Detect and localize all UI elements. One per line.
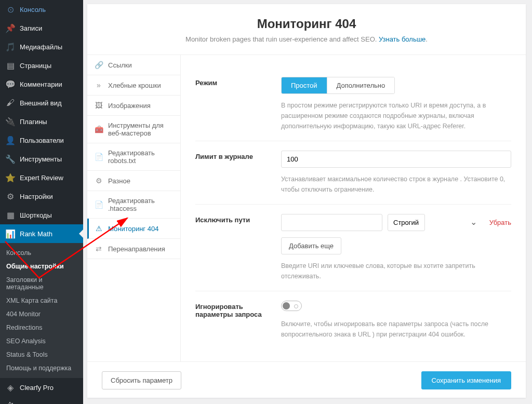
submenu-help[interactable]: Помощь и поддержка [0,361,83,375]
submenu-sitemap[interactable]: XML Карта сайта [0,294,83,307]
submenu-redirections[interactable]: Redirections [0,321,83,334]
menu-label: Страницы [20,62,51,70]
menu-plugins[interactable]: 🔌Плагины [0,112,83,131]
tab-links[interactable]: 🔗Ссылки [87,55,180,75]
ignore-toggle[interactable] [281,301,302,311]
code-icon: ▦ [5,210,16,220]
submenu-titles[interactable]: Заголовки и метаданные [0,273,83,294]
pin-icon: 📌 [5,23,16,33]
settings-tabs: 🔗Ссылки »Хлебные крошки 🖼Изображения 🧰Ин… [87,55,181,361]
chart-icon: 📊 [5,228,16,239]
plugin-icon: 🔌 [5,116,16,127]
setting-ignore-params: Игнорировать параметры запроса Включите,… [195,291,511,349]
brush-icon: 🖌 [5,98,16,108]
menu-posts[interactable]: 📌Записи [0,19,83,37]
menu-expert-review[interactable]: ⭐Expert Review [0,168,83,187]
redirect-icon: ⇄ [95,245,103,253]
setting-limit: Лимит в журнале Устанавливает максимальн… [195,141,511,205]
menu-clearfy[interactable]: ◈Clearfy Pro [0,378,83,397]
submenu-seo[interactable]: SEO Analysis [0,334,83,348]
ignore-description: Включите, чтобы игнорировать все парамет… [281,319,511,340]
menu-label: Пользователи [20,137,64,144]
link-icon: 🔗 [95,61,103,69]
toolbox-icon: 🧰 [95,125,103,133]
settings-form: Режим Простой Дополнительно В простом ре… [181,55,526,361]
gauge-icon: ⏱ [5,401,16,404]
wp-admin-sidebar: ⊙Консоль 📌Записи 🎵Медиафайлы ▤Страницы 💬… [0,0,83,404]
menu-label: Внешний вид [20,99,62,107]
menu-label: Инструменты [20,155,62,163]
exclude-path-input[interactable] [281,214,382,231]
file-icon: 📄 [95,153,103,161]
save-button[interactable]: Сохранить изменения [421,371,512,389]
tab-redirects[interactable]: ⇄Перенаправления [87,239,180,259]
menu-label: Плагины [20,118,47,126]
warning-icon: ⚠ [95,224,103,233]
menu-label: Rank Math [20,230,52,238]
exclude-add-button[interactable]: Добавить еще [281,237,341,254]
tab-robots[interactable]: 📄Редактировать robots.txt [87,143,180,171]
submenu-dashboard[interactable]: Консоль [0,246,83,260]
menu-label: Записи [20,24,42,32]
menu-label: Expert Review [20,174,63,182]
page-icon: ▤ [5,60,16,71]
settings-panel: Мониторинг 404 Monitor broken pages that… [87,4,526,398]
content-area: Мониторинг 404 Monitor broken pages that… [83,0,532,404]
menu-tools[interactable]: 🔧Инструменты [0,150,83,168]
learn-more-link[interactable]: Узнать больше [379,35,425,43]
setting-exclude: Исключить пути Строгий Убрать Добавить е… [195,205,511,291]
mode-description: В простом режиме регистрируются только U… [281,100,511,131]
menu-pages[interactable]: ▤Страницы [0,56,83,75]
exclude-match-select[interactable]: Строгий [388,214,425,231]
star-icon: ⭐ [5,172,16,183]
tab-404-monitor[interactable]: ⚠Мониторинг 404 [87,219,180,239]
menu-rank-math[interactable]: 📊Rank Math [0,224,83,243]
menu-label: Шорткоды [20,211,52,219]
limit-input[interactable] [281,151,511,168]
gear-icon: ⚙ [95,177,103,185]
reset-button[interactable]: Сбросить параметр [102,371,181,389]
setting-mode: Режим Простой Дополнительно В простом ре… [195,68,511,141]
submenu-status[interactable]: Status & Tools [0,348,83,361]
exclude-description: Введите URI или ключевые слова, которые … [281,261,511,281]
diamond-icon: ◈ [5,382,16,393]
menu-label: Комментарии [20,80,62,88]
mode-advanced-button[interactable]: Дополнительно [327,77,395,93]
comment-icon: 💬 [5,79,16,89]
menu-performance[interactable]: ⏱Performance [0,397,83,404]
tab-misc[interactable]: ⚙Разное [87,171,180,191]
tab-breadcrumbs[interactable]: »Хлебные крошки [87,75,180,96]
tab-htaccess[interactable]: 📄Редактировать .htaccess [87,191,180,219]
submenu-general[interactable]: Общие настройки [0,260,83,273]
menu-users[interactable]: 👤Пользователи [0,131,83,150]
image-icon: 🖼 [95,101,103,110]
users-icon: 👤 [5,135,16,145]
menu-dashboard[interactable]: ⊙Консоль [0,0,83,19]
mode-simple-button[interactable]: Простой [282,77,327,93]
menu-appearance[interactable]: 🖌Внешний вид [0,93,83,112]
exclude-label: Исключить пути [195,214,271,281]
panel-header: Мониторинг 404 Monitor broken pages that… [87,4,526,55]
menu-shortcodes[interactable]: ▦Шорткоды [0,206,83,224]
menu-media[interactable]: 🎵Медиафайлы [0,37,83,56]
media-icon: 🎵 [5,42,16,52]
panel-body: 🔗Ссылки »Хлебные крошки 🖼Изображения 🧰Ин… [87,55,526,361]
sliders-icon: ⚙ [5,191,16,201]
page-title: Мониторинг 404 [98,17,515,31]
menu-label: Консоль [20,6,46,14]
mode-label: Режим [195,77,271,131]
dashboard-icon: ⊙ [5,4,16,15]
rank-math-submenu: Консоль Общие настройки Заголовки и мета… [0,243,83,378]
menu-label: Настройки [20,193,53,200]
tab-images[interactable]: 🖼Изображения [87,96,180,116]
page-subtitle: Monitor broken pages that ruin user-expe… [98,35,515,43]
menu-comments[interactable]: 💬Комментарии [0,75,83,93]
tab-webmaster[interactable]: 🧰Инструменты для веб-мастеров [87,116,180,143]
limit-description: Устанавливает максимальное количество ст… [281,174,511,195]
file-icon: 📄 [95,200,103,209]
mode-segment: Простой Дополнительно [281,77,395,94]
menu-settings[interactable]: ⚙Настройки [0,187,83,206]
panel-footer: Сбросить параметр Сохранить изменения [87,361,526,399]
submenu-404[interactable]: 404 Monitor [0,307,83,321]
exclude-remove-link[interactable]: Убрать [489,219,511,226]
